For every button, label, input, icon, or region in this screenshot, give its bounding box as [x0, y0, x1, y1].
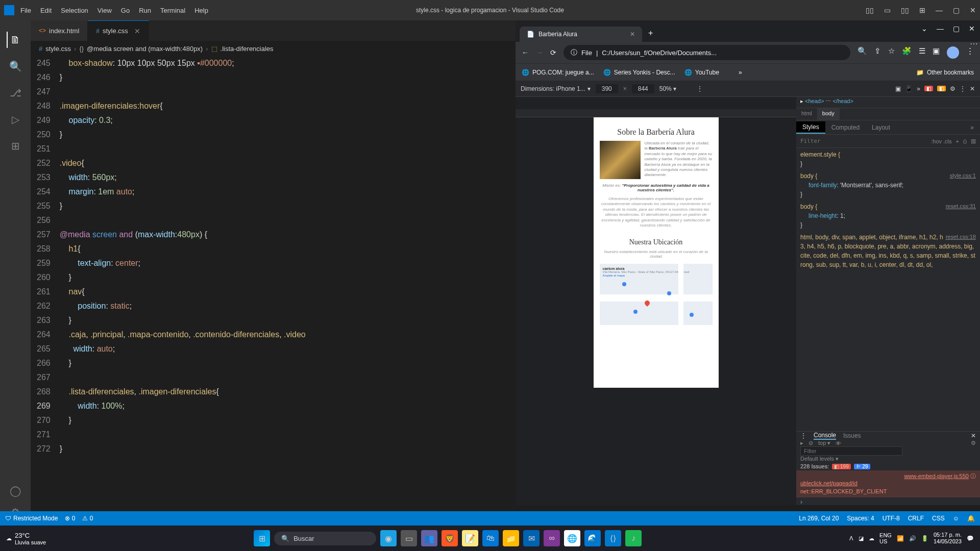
language-mode[interactable]: CSS	[932, 515, 945, 522]
vscode-taskbar-icon[interactable]: ⟨⟩	[605, 530, 621, 546]
tab-close-icon[interactable]: ✕	[134, 27, 140, 35]
task-view-icon[interactable]: ▭	[401, 530, 417, 546]
close-icon[interactable]: ✕	[969, 24, 975, 33]
close-icon[interactable]: ✕	[970, 85, 975, 92]
panel-toggle-2-icon[interactable]: ▭	[884, 6, 891, 14]
menu-edit[interactable]: Edit	[40, 7, 52, 14]
explorer-folder-icon[interactable]: 📁	[503, 530, 519, 546]
styles-pane[interactable]: element.style {} style.css:1body { font-…	[796, 148, 980, 431]
tab-index-html[interactable]: <> index.html	[31, 20, 88, 41]
close-drawer-icon[interactable]: ✕	[971, 432, 976, 439]
overflow-icon[interactable]: »	[739, 69, 742, 76]
tab-console[interactable]: Console	[814, 432, 836, 440]
zoom-select[interactable]: 50% ▾	[659, 85, 676, 92]
editor[interactable]: 2452462472482492502512522532542552562572…	[31, 56, 516, 531]
chrome-icon[interactable]: 🌐	[564, 530, 580, 546]
bookmark-star-icon[interactable]: ☆	[888, 46, 895, 59]
console-error[interactable]: www-embed-player.js:550 ⓘ ubleclick.net/…	[796, 470, 980, 497]
add-rule-icon[interactable]: +	[956, 138, 959, 144]
play-icon[interactable]: ▸	[800, 440, 803, 446]
language-indicator[interactable]: ENGUS	[879, 532, 892, 544]
map-embed[interactable]: caelum alura Vila Mariana, São Paulo - S…	[600, 264, 713, 325]
maximize-icon[interactable]: ▢	[953, 6, 960, 14]
inspect-icon[interactable]: ▣	[895, 85, 901, 92]
clock[interactable]: 05:17 p. m.14/05/2023	[934, 532, 962, 545]
info-icon[interactable]: ⓘ	[571, 48, 577, 57]
explorer-icon[interactable]: 🗎	[7, 32, 23, 48]
menu-selection[interactable]: Selection	[61, 7, 88, 14]
restricted-mode[interactable]: 🛡 Restricted Mode	[5, 515, 58, 522]
eye-icon[interactable]: 👁	[836, 440, 841, 446]
warnings-count[interactable]: ⚠ 0	[82, 515, 93, 522]
overflow-icon[interactable]: »	[917, 85, 920, 92]
store-icon[interactable]: 🛍	[482, 530, 499, 546]
brave-icon[interactable]: 🦁	[442, 530, 458, 546]
layout-icon[interactable]: ⊞	[919, 6, 925, 14]
onedrive-icon[interactable]: ☁	[869, 535, 874, 542]
close-icon[interactable]: ✕	[970, 6, 976, 14]
menu-go[interactable]: Go	[121, 7, 130, 14]
errors-count[interactable]: ⊗ 0	[65, 515, 75, 522]
bookmark-item[interactable]: 🌐POG.COM: juegue a...	[522, 69, 594, 76]
computed-toggle-icon[interactable]: ▥	[971, 138, 976, 144]
more-icon[interactable]: ⋮	[960, 85, 966, 92]
console-filter-input[interactable]	[800, 446, 902, 456]
extensions-puzzle-icon[interactable]: 🧩	[902, 46, 912, 59]
console-menu-icon[interactable]: ⋮	[800, 432, 806, 439]
device-select[interactable]: Dimensions: iPhone 1... ▾	[521, 85, 591, 92]
tab-layout[interactable]: Layout	[866, 122, 896, 133]
new-tab-button[interactable]: +	[642, 24, 659, 42]
console-prompt[interactable]: ›	[796, 497, 980, 507]
context-select[interactable]: top ▾	[818, 440, 830, 446]
profile-avatar[interactable]	[947, 46, 959, 59]
battery-icon[interactable]: 🔋	[921, 535, 928, 542]
path-body[interactable]: body	[817, 108, 840, 120]
warning-badge[interactable]: ◧	[937, 86, 946, 91]
side-panel-icon[interactable]: ▣	[933, 46, 940, 59]
menu-help[interactable]: Help	[194, 7, 208, 14]
tray-app-icon[interactable]: ◪	[859, 535, 864, 542]
width-input[interactable]	[596, 84, 618, 93]
browser-tab[interactable]: 📄 Barberia Alura ✕	[520, 27, 642, 42]
map-expand-link[interactable]: Ampliar el mapa	[603, 274, 625, 277]
back-icon[interactable]: ←	[522, 48, 529, 57]
bookmark-item[interactable]: 🌐Series Yonkis - Desc...	[603, 69, 675, 76]
run-debug-icon[interactable]: ▷	[7, 111, 23, 128]
bookmark-item[interactable]: 🌐YouTube	[684, 69, 719, 76]
console-settings-icon[interactable]: ⚙	[971, 440, 976, 446]
error-count-badge[interactable]: ◧ 199	[832, 464, 850, 469]
menu-terminal[interactable]: Terminal	[160, 7, 185, 14]
styles-filter-input[interactable]	[800, 138, 927, 144]
maximize-icon[interactable]: ▢	[953, 24, 960, 33]
menu-view[interactable]: View	[97, 7, 112, 14]
element-breadcrumb[interactable]: ▸ <head> ⋯ </head>	[796, 97, 980, 108]
overflow-icon[interactable]: »	[964, 122, 980, 133]
other-bookmarks[interactable]: 📁Other bookmarks	[916, 69, 974, 76]
notifications-icon[interactable]: 🔔	[967, 515, 975, 522]
filter-hints[interactable]: :hov .cls	[931, 138, 951, 144]
settings-gear-icon[interactable]: ⚙	[950, 85, 955, 92]
info-count-badge[interactable]: 🏳 29	[854, 464, 870, 469]
panel-toggle-3-icon[interactable]: ▯▯	[901, 6, 909, 14]
indentation[interactable]: Spaces: 4	[847, 515, 874, 522]
start-button[interactable]: ⊞	[254, 530, 270, 546]
device-mode-icon[interactable]: 📱	[905, 85, 913, 92]
tab-issues[interactable]: Issues	[843, 432, 861, 439]
reading-list-icon[interactable]: ☰	[919, 46, 925, 59]
encoding[interactable]: UTF-8	[883, 515, 900, 522]
clear-icon[interactable]: ⊘	[808, 440, 813, 446]
print-icon[interactable]: ⎙	[963, 138, 967, 144]
wifi-icon[interactable]: 📶	[897, 535, 904, 542]
mail-icon[interactable]: ✉	[523, 530, 540, 546]
minimize-icon[interactable]: —	[937, 24, 944, 33]
url-input[interactable]: ⓘ File | C:/Users/sun_f/OneDrive/Documen…	[564, 45, 850, 60]
zoom-icon[interactable]: 🔍	[857, 46, 867, 59]
menu-run[interactable]: Run	[139, 7, 151, 14]
code-content[interactable]: box-shadow: 10px 10px 50px 15px ▪#000000…	[60, 56, 516, 456]
tab-close-icon[interactable]: ✕	[630, 31, 635, 38]
tab-styles[interactable]: Styles	[796, 121, 825, 134]
copilot-icon[interactable]: ◉	[380, 530, 397, 546]
height-input[interactable]	[632, 84, 654, 93]
tab-computed[interactable]: Computed	[825, 122, 866, 133]
feedback-icon[interactable]: ☺	[953, 515, 959, 522]
